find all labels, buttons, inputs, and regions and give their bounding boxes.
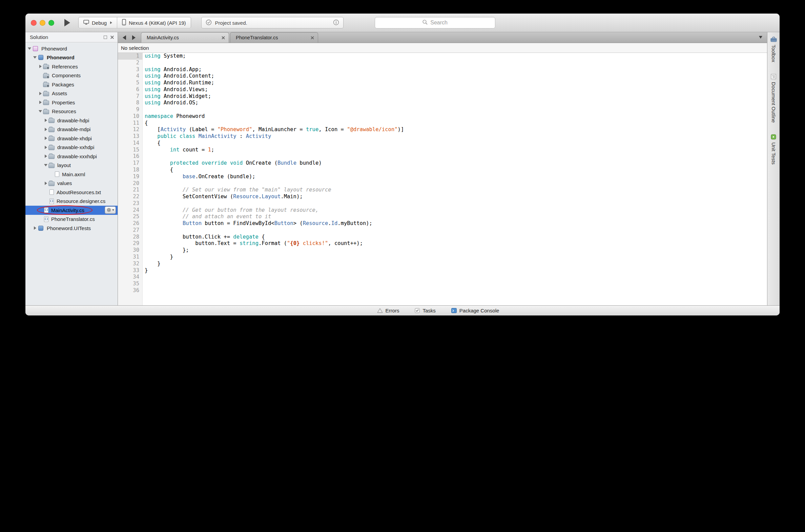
disclosure-closed-icon[interactable] — [43, 128, 49, 131]
tree-item-phoneword[interactable]: Phoneword — [25, 53, 118, 62]
sidebar-tab-toolbox[interactable]: Toolbox — [770, 36, 777, 62]
line-number[interactable]: 31 — [118, 254, 142, 261]
code-line[interactable]: 27 — [118, 227, 767, 234]
line-number[interactable]: 7 — [118, 93, 142, 100]
code-line[interactable]: 35 — [118, 281, 767, 287]
navigate-back-icon[interactable] — [123, 35, 126, 40]
code-line[interactable]: 16 — [118, 153, 767, 160]
code-line[interactable]: 5using Android.Runtime; — [118, 80, 767, 87]
run-button[interactable] — [64, 19, 70, 26]
tree-item-phoneword[interactable]: Phoneword — [25, 44, 118, 53]
code-line[interactable]: 23 — [118, 200, 767, 207]
line-number[interactable]: 22 — [118, 193, 142, 200]
sidebar-tab-document-outline[interactable]: Document Outline — [771, 74, 777, 123]
code-line[interactable]: 10namespace Phoneword — [118, 113, 767, 120]
line-number[interactable]: 6 — [118, 87, 142, 93]
line-number[interactable]: 16 — [118, 153, 142, 160]
disclosure-closed-icon[interactable] — [43, 154, 49, 158]
disclosure-closed-icon[interactable] — [43, 136, 49, 140]
disclosure-open-icon[interactable] — [27, 48, 32, 50]
disclosure-closed-icon[interactable] — [43, 182, 49, 185]
tree-item-drawable-mdpi[interactable]: drawable-mdpi — [25, 125, 118, 134]
code-line[interactable]: 15 int count = 1; — [118, 147, 767, 153]
line-number[interactable]: 35 — [118, 281, 142, 287]
line-number[interactable]: 23 — [118, 200, 142, 207]
code-line[interactable]: 30 }; — [118, 247, 767, 254]
disclosure-closed-icon[interactable] — [38, 101, 43, 104]
tree-item-drawable-xhdpi[interactable]: drawable-xhdpi — [25, 134, 118, 143]
statusbar-button-tasks[interactable]: Tasks — [415, 308, 435, 314]
line-number[interactable]: 29 — [118, 240, 142, 247]
line-number[interactable]: 32 — [118, 261, 142, 267]
sidebar-tab-unit-tests[interactable]: Unit Tests — [771, 134, 777, 165]
tree-item-drawable-hdpi[interactable]: drawable-hdpi — [25, 116, 118, 125]
statusbar-button-package-console[interactable]: Package Console — [451, 308, 499, 314]
configuration-selector[interactable]: Debug — [79, 17, 117, 28]
code-line[interactable]: 3using Android.App; — [118, 66, 767, 73]
tree-item-aboutresources-txt[interactable]: AboutResources.txt — [25, 188, 118, 197]
navigate-forward-icon[interactable] — [132, 35, 135, 40]
tree-item-resource-designer-cs[interactable]: Resource.designer.cs — [25, 197, 118, 206]
line-number[interactable]: 27 — [118, 227, 142, 234]
line-number[interactable]: 8 — [118, 100, 142, 107]
code-line[interactable]: 19 base.OnCreate (bundle); — [118, 173, 767, 180]
line-number[interactable]: 20 — [118, 180, 142, 187]
disclosure-open-icon[interactable] — [38, 110, 43, 113]
disclosure-closed-icon[interactable] — [38, 65, 43, 68]
line-number[interactable]: 33 — [118, 267, 142, 274]
tree-item-components[interactable]: Components — [25, 71, 118, 80]
code-line[interactable]: 33} — [118, 267, 767, 274]
line-number[interactable]: 3 — [118, 66, 142, 73]
line-number[interactable]: 1 — [118, 53, 142, 60]
tab-list-dropdown-icon[interactable] — [759, 36, 762, 39]
line-number[interactable]: 21 — [118, 187, 142, 193]
line-number[interactable]: 36 — [118, 287, 142, 294]
code-line[interactable]: 1using System; — [118, 53, 767, 60]
code-line[interactable]: 31 } — [118, 254, 767, 261]
tree-item-assets[interactable]: Assets — [25, 89, 118, 98]
zoom-window-button[interactable] — [49, 20, 54, 26]
line-number[interactable]: 10 — [118, 113, 142, 120]
line-number[interactable]: 34 — [118, 274, 142, 281]
tree-item-mainactivity-cs[interactable]: MainActivity.cs — [25, 206, 118, 215]
code-line[interactable]: 12 [Activity (Label = "Phoneword", MainL… — [118, 127, 767, 133]
code-line[interactable]: 29 button.Text = string.Format ("{0} cli… — [118, 240, 767, 247]
tree-item-references[interactable]: References — [25, 62, 118, 71]
code-line[interactable]: 22 SetContentView (Resource.Layout.Main)… — [118, 193, 767, 200]
tree-item-drawable-xxhdpi[interactable]: drawable-xxhdpi — [25, 143, 118, 152]
line-number[interactable]: 30 — [118, 247, 142, 254]
device-selector[interactable]: Nexus 4 (KitKat) (API 19) — [117, 17, 190, 28]
disclosure-closed-icon[interactable] — [43, 119, 49, 122]
minimize-window-button[interactable] — [40, 20, 45, 26]
code-editor[interactable]: 1using System;23using Android.App;4using… — [118, 53, 767, 305]
line-number[interactable]: 9 — [118, 107, 142, 113]
code-line[interactable]: 2 — [118, 60, 767, 66]
statusbar-button-errors[interactable]: Errors — [377, 308, 400, 314]
code-line[interactable]: 9 — [118, 107, 767, 113]
code-line[interactable]: 24 // Get our button from the layout res… — [118, 207, 767, 214]
dock-pad-icon[interactable] — [104, 36, 107, 39]
tree-item-values[interactable]: values — [25, 179, 118, 188]
line-number[interactable]: 2 — [118, 60, 142, 66]
code-line[interactable]: 14 { — [118, 140, 767, 147]
line-number[interactable]: 24 — [118, 207, 142, 214]
tree-item-resources[interactable]: Resources — [25, 107, 118, 116]
line-number[interactable]: 17 — [118, 160, 142, 167]
line-number[interactable]: 25 — [118, 213, 142, 220]
code-line[interactable]: 8using Android.OS; — [118, 100, 767, 107]
tree-item-phoneword-uitests[interactable]: Phoneword.UITests — [25, 224, 118, 233]
code-line[interactable]: 18 { — [118, 167, 767, 173]
tree-item-layout[interactable]: layout — [25, 161, 118, 170]
close-pad-icon[interactable] — [110, 35, 114, 39]
line-number[interactable]: 12 — [118, 127, 142, 133]
line-number[interactable]: 28 — [118, 234, 142, 241]
search-input[interactable]: Search — [375, 17, 495, 28]
line-number[interactable]: 11 — [118, 120, 142, 127]
close-tab-icon[interactable] — [221, 36, 225, 40]
code-line[interactable]: 17 protected override void OnCreate (Bun… — [118, 160, 767, 167]
code-line[interactable]: 28 button.Click += delegate { — [118, 234, 767, 241]
line-number[interactable]: 14 — [118, 140, 142, 147]
line-number[interactable]: 26 — [118, 220, 142, 227]
code-line[interactable]: 25 // and attach an event to it — [118, 213, 767, 220]
disclosure-open-icon[interactable] — [43, 164, 49, 166]
